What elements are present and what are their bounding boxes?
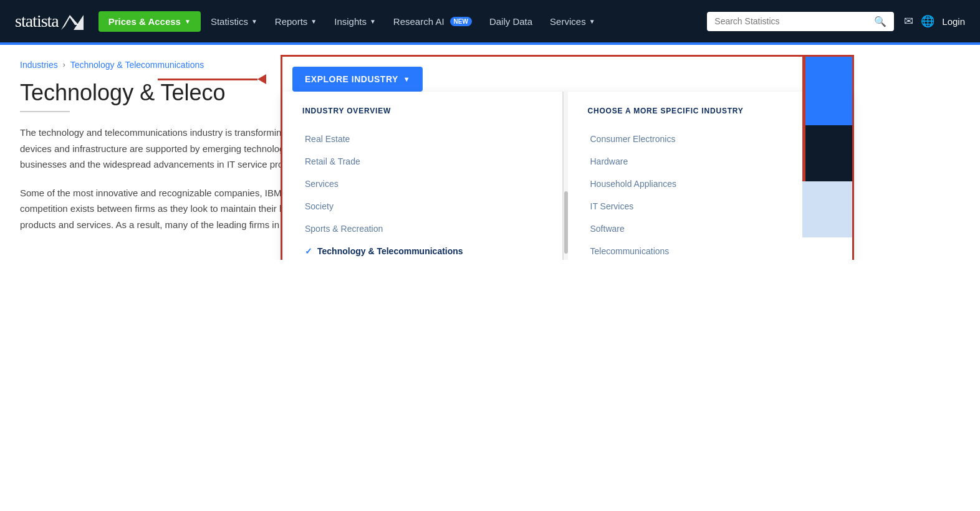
explore-industry-label: EXPLORE INDUSTRY bbox=[305, 74, 398, 84]
services-label: Services bbox=[550, 16, 586, 27]
statistics-label: Statistics bbox=[211, 16, 248, 27]
search-box[interactable]: 🔍 bbox=[707, 12, 894, 31]
new-badge: NEW bbox=[450, 17, 472, 26]
title-underline bbox=[20, 111, 70, 112]
login-button[interactable]: Login bbox=[942, 16, 965, 27]
search-input[interactable] bbox=[714, 16, 874, 26]
specific-industry-item[interactable]: Telecommunications bbox=[588, 240, 833, 260]
industry-item-label: Retail & Trade bbox=[305, 156, 360, 166]
industry-list-item[interactable]: ✓Technology & Telecommunications bbox=[302, 240, 547, 260]
breadcrumb-separator: › bbox=[63, 60, 65, 69]
explore-caret-icon: ▼ bbox=[403, 75, 410, 83]
arrow-head-icon bbox=[257, 74, 266, 84]
search-icon: 🔍 bbox=[874, 16, 886, 27]
industry-list-item[interactable]: Society bbox=[302, 195, 547, 217]
reports-caret-icon: ▼ bbox=[310, 18, 317, 25]
logo[interactable]: statista bbox=[15, 11, 84, 31]
explore-btn-container: EXPLORE INDUSTRY ▼ bbox=[282, 57, 852, 92]
daily-data-nav-item[interactable]: Daily Data bbox=[482, 11, 540, 32]
main-nav: Prices & Access ▼ Statistics ▼ Reports ▼… bbox=[98, 11, 708, 32]
insights-nav-item[interactable]: Insights ▼ bbox=[327, 11, 383, 32]
research-ai-nav-item[interactable]: Research AI NEW bbox=[386, 11, 479, 32]
insights-caret-icon: ▼ bbox=[370, 18, 376, 25]
industry-list-item[interactable]: Sports & Recreation bbox=[302, 217, 547, 240]
industry-list: Real EstateRetail & TradeServicesSociety… bbox=[302, 128, 547, 260]
red-border-box: EXPLORE INDUSTRY ▼ INDUSTRY OVERVIEW Rea… bbox=[281, 55, 854, 260]
reports-label: Reports bbox=[275, 16, 308, 27]
scroll-track[interactable] bbox=[563, 92, 568, 260]
specific-industry-title: CHOOSE A MORE SPECIFIC INDUSTRY bbox=[588, 107, 833, 115]
logo-icon bbox=[61, 12, 84, 30]
daily-data-label: Daily Data bbox=[489, 16, 532, 27]
industry-item-label: Technology & Telecommunications bbox=[317, 246, 463, 256]
research-ai-label: Research AI bbox=[393, 16, 444, 27]
specific-industry-item[interactable]: IT Services bbox=[588, 195, 833, 217]
industry-list-item[interactable]: Services bbox=[302, 173, 547, 195]
industry-item-label: Real Estate bbox=[305, 134, 350, 144]
header-right: 🔍 ✉ 🌐 Login bbox=[707, 12, 965, 31]
industry-item-label: Services bbox=[305, 179, 339, 189]
specific-industry-item[interactable]: Household Appliances bbox=[588, 173, 833, 195]
industry-list-item[interactable]: Retail & Trade bbox=[302, 150, 547, 173]
dropdown-left-column: INDUSTRY OVERVIEW Real EstateRetail & Tr… bbox=[282, 92, 563, 260]
side-block-blue bbox=[802, 57, 852, 125]
logo-text: statista bbox=[15, 11, 59, 31]
mail-icon[interactable]: ✉ bbox=[904, 14, 913, 28]
prices-access-label: Prices & Access bbox=[108, 16, 181, 27]
header: statista Prices & Access ▼ Statistics ▼ … bbox=[0, 0, 980, 42]
header-icons: ✉ 🌐 Login bbox=[904, 14, 965, 28]
scroll-thumb bbox=[564, 191, 568, 254]
insights-label: Insights bbox=[334, 16, 367, 27]
dropdown-inner: INDUSTRY OVERVIEW Real EstateRetail & Tr… bbox=[282, 92, 852, 260]
reports-nav-item[interactable]: Reports ▼ bbox=[267, 11, 324, 32]
statistics-caret-icon: ▼ bbox=[251, 18, 257, 25]
main-content: Industries › Technology & Telecommunicat… bbox=[0, 45, 980, 260]
industry-list-item[interactable]: Real Estate bbox=[302, 128, 547, 150]
specific-industry-item[interactable]: Consumer Electronics bbox=[588, 128, 833, 150]
specific-industry-item[interactable]: Software bbox=[588, 217, 833, 240]
explore-industry-button[interactable]: EXPLORE INDUSTRY ▼ bbox=[292, 67, 423, 92]
industry-item-label: Sports & Recreation bbox=[305, 224, 383, 234]
statistics-nav-item[interactable]: Statistics ▼ bbox=[203, 11, 265, 32]
arrow-line bbox=[158, 79, 257, 80]
side-blocks bbox=[802, 57, 852, 237]
check-icon: ✓ bbox=[305, 246, 312, 256]
specific-industry-item[interactable]: Hardware bbox=[588, 150, 833, 173]
breadcrumb-industries-link[interactable]: Industries bbox=[20, 60, 58, 70]
dropdown-panel: INDUSTRY OVERVIEW Real EstateRetail & Tr… bbox=[282, 92, 852, 260]
side-block-dark bbox=[802, 125, 852, 181]
breadcrumb-current: Technology & Telecommunications bbox=[70, 60, 204, 70]
globe-icon[interactable]: 🌐 bbox=[921, 14, 934, 28]
industry-item-label: Society bbox=[305, 201, 334, 211]
arrow-indicator bbox=[158, 74, 266, 84]
prices-caret-icon: ▼ bbox=[185, 18, 191, 25]
services-caret-icon: ▼ bbox=[589, 18, 595, 25]
side-block-light bbox=[802, 181, 852, 237]
specific-industry-list: Consumer ElectronicsHardwareHousehold Ap… bbox=[588, 128, 833, 260]
prices-access-button[interactable]: Prices & Access ▼ bbox=[98, 11, 201, 32]
services-nav-item[interactable]: Services ▼ bbox=[542, 11, 602, 32]
industry-overview-title: INDUSTRY OVERVIEW bbox=[302, 107, 547, 115]
